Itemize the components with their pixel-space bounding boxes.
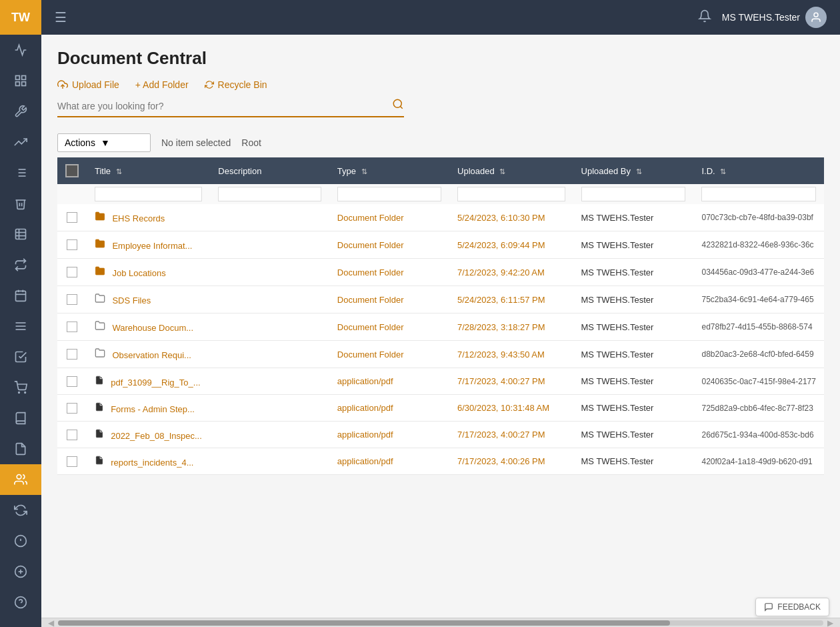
filter-uploaded[interactable] bbox=[457, 187, 565, 201]
row-checkbox[interactable] bbox=[67, 322, 77, 332]
upload-date: 5/24/2023, 6:11:57 PM bbox=[449, 286, 573, 314]
add-folder-button[interactable]: + Add Folder bbox=[135, 79, 189, 90]
row-checkbox[interactable] bbox=[67, 239, 77, 250]
feedback-button[interactable]: FEEDBACK bbox=[755, 598, 829, 616]
table-row: Warehouse Docum...Document Folder7/28/20… bbox=[57, 314, 824, 341]
file-type[interactable]: Document Folder bbox=[337, 267, 404, 277]
sidebar-item-checklist[interactable] bbox=[0, 342, 41, 372]
topbar-right: MS TWEHS.Tester bbox=[698, 7, 827, 28]
recycle-bin-label: Recycle Bin bbox=[218, 79, 267, 90]
col-uploaded[interactable]: Uploaded ⇅ bbox=[449, 157, 573, 184]
actions-row: Actions ▼ No item selected Root bbox=[41, 133, 840, 152]
file-icon bbox=[95, 403, 107, 414]
row-checkbox[interactable] bbox=[67, 294, 77, 305]
table-row: Observation Requi...Document Folder7/12/… bbox=[57, 341, 824, 368]
sidebar-item-recycle[interactable] bbox=[0, 495, 41, 526]
file-title[interactable]: Forms - Admin Step... bbox=[111, 404, 195, 414]
search-icon[interactable] bbox=[392, 98, 404, 113]
row-checkbox[interactable] bbox=[67, 349, 77, 360]
sidebar-item-library[interactable] bbox=[0, 403, 41, 434]
col-description[interactable]: Description bbox=[210, 157, 329, 184]
upload-date: 6/30/2023, 10:31:48 AM bbox=[449, 395, 573, 422]
file-title[interactable]: Observation Requi... bbox=[112, 350, 191, 360]
filter-uploaded-by[interactable] bbox=[581, 187, 686, 201]
row-checkbox[interactable] bbox=[67, 456, 77, 467]
row-checkbox[interactable] bbox=[67, 430, 77, 440]
file-title[interactable]: EHS Records bbox=[112, 213, 165, 223]
upload-file-button[interactable]: Upload File bbox=[57, 79, 119, 90]
col-title[interactable]: Title ⇅ bbox=[87, 157, 210, 184]
col-id[interactable]: I.D. ⇅ bbox=[693, 157, 824, 184]
scroll-left-arrow[interactable]: ◀ bbox=[44, 617, 58, 628]
file-type[interactable]: Document Folder bbox=[337, 322, 404, 332]
toolbar: Upload File + Add Folder Recycle Bin bbox=[57, 79, 824, 90]
sidebar-item-settings[interactable] bbox=[0, 96, 41, 127]
folder-outline-icon bbox=[95, 294, 108, 305]
file-title[interactable]: reports_incidents_4... bbox=[111, 458, 193, 468]
topbar: ☰ MS TWEHS.Tester bbox=[41, 0, 840, 35]
file-icon bbox=[95, 456, 107, 468]
sidebar-item-list[interactable] bbox=[0, 311, 41, 342]
uploaded-by: MS TWEHS.Tester bbox=[573, 422, 694, 448]
col-uploaded-by[interactable]: Uploaded By ⇅ bbox=[573, 157, 694, 184]
file-type[interactable]: application/pdf bbox=[337, 403, 393, 413]
actions-dropdown[interactable]: Actions ▼ bbox=[57, 133, 151, 152]
file-title[interactable]: Warehouse Docum... bbox=[112, 323, 193, 333]
file-type[interactable]: application/pdf bbox=[337, 456, 393, 466]
file-title[interactable]: Job Locations bbox=[112, 268, 165, 278]
actions-label: Actions bbox=[65, 137, 95, 148]
menu-icon[interactable]: ☰ bbox=[55, 9, 67, 25]
col-type[interactable]: Type ⇅ bbox=[329, 157, 449, 184]
sidebar-item-tools[interactable] bbox=[0, 127, 41, 157]
row-checkbox[interactable] bbox=[67, 376, 77, 387]
row-checkbox[interactable] bbox=[67, 267, 77, 277]
recycle-bin-button[interactable]: Recycle Bin bbox=[205, 79, 267, 90]
sidebar-item-analytics[interactable] bbox=[0, 35, 41, 65]
table-row: SDS FilesDocument Folder5/24/2023, 6:11:… bbox=[57, 286, 824, 314]
uploaded-by: MS TWEHS.Tester bbox=[573, 231, 694, 259]
sidebar-item-reports[interactable] bbox=[0, 219, 41, 249]
app-logo[interactable]: TW bbox=[0, 0, 41, 35]
row-checkbox[interactable] bbox=[67, 212, 77, 223]
user-name: MS TWEHS.Tester bbox=[722, 12, 800, 23]
sidebar-item-ideas[interactable] bbox=[0, 526, 41, 556]
scrollbar-track[interactable] bbox=[58, 620, 823, 626]
file-type[interactable]: application/pdf bbox=[337, 376, 393, 386]
sidebar-item-calendar[interactable] bbox=[0, 280, 41, 311]
bell-icon[interactable] bbox=[698, 9, 711, 26]
sidebar-item-document[interactable] bbox=[0, 434, 41, 464]
user-menu[interactable]: MS TWEHS.Tester bbox=[722, 7, 827, 28]
file-title[interactable]: Employee Informat... bbox=[112, 241, 192, 251]
filter-type[interactable] bbox=[337, 187, 441, 201]
file-icon bbox=[95, 376, 107, 388]
sidebar-item-lock-grid[interactable] bbox=[0, 65, 41, 96]
col-checkbox[interactable] bbox=[57, 157, 87, 184]
file-type[interactable]: Document Folder bbox=[337, 350, 404, 360]
file-type[interactable]: Document Folder bbox=[337, 295, 404, 305]
sidebar-item-users[interactable] bbox=[0, 464, 41, 495]
sidebar-item-help[interactable] bbox=[0, 587, 41, 618]
topbar-left: ☰ bbox=[55, 9, 67, 25]
filter-description[interactable] bbox=[218, 187, 321, 201]
sidebar-item-shop[interactable] bbox=[0, 372, 41, 403]
file-type[interactable]: Document Folder bbox=[337, 240, 404, 250]
upload-date: 5/24/2023, 6:10:30 PM bbox=[449, 204, 573, 231]
svg-point-23 bbox=[17, 475, 21, 480]
row-checkbox[interactable] bbox=[67, 403, 77, 414]
file-description bbox=[210, 448, 329, 475]
bottom-scrollbar[interactable]: ◀ ▶ bbox=[41, 618, 840, 627]
search-input[interactable] bbox=[57, 101, 392, 111]
filter-title[interactable] bbox=[95, 187, 202, 201]
sidebar-item-transfer[interactable] bbox=[0, 249, 41, 280]
upload-date: 7/17/2023, 4:00:27 PM bbox=[449, 422, 573, 448]
file-title[interactable]: 2022_Feb_08_Inspec... bbox=[111, 431, 202, 441]
file-type[interactable]: Document Folder bbox=[337, 213, 404, 223]
file-type[interactable]: application/pdf bbox=[337, 430, 393, 440]
sidebar-item-tasks[interactable] bbox=[0, 157, 41, 188]
file-title[interactable]: pdf_31099__Rig_To_... bbox=[111, 378, 200, 388]
sidebar-item-delete[interactable] bbox=[0, 188, 41, 219]
file-title[interactable]: SDS Files bbox=[112, 295, 151, 305]
scroll-right-arrow[interactable]: ▶ bbox=[823, 617, 837, 628]
filter-id[interactable] bbox=[701, 187, 816, 201]
sidebar-item-add[interactable] bbox=[0, 556, 41, 587]
